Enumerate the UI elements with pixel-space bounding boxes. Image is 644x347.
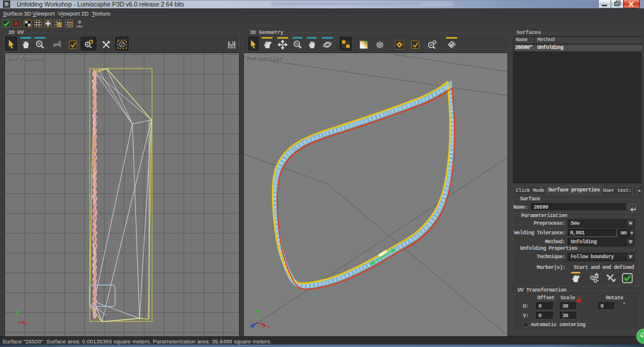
svg-text:UVW Mapping: UVW Mapping [7,55,42,61]
svg-text:u: u [26,321,29,326]
svg-text:Perspective: Perspective [246,55,281,61]
svg-text:10: 10 [69,23,72,27]
svg-text:x: x [267,324,270,329]
